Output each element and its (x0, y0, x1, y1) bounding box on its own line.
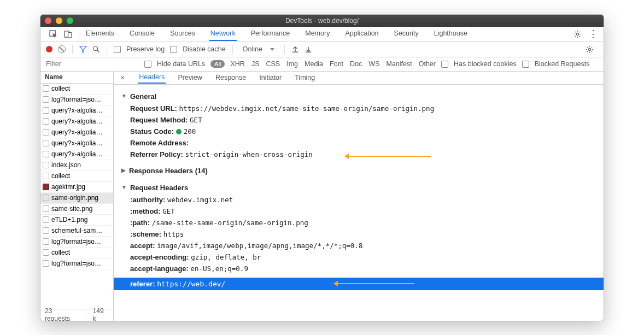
request-row-checkbox (43, 151, 49, 157)
request-row[interactable]: log?format=jso… (40, 95, 113, 105)
request-row[interactable]: query?x-algolia… (40, 116, 113, 127)
disable-cache-label: Disable cache (183, 45, 226, 53)
request-row[interactable]: query?x-algolia… (40, 149, 113, 160)
request-name: schemeful-sam… (51, 227, 102, 234)
detail-body[interactable]: ▼General Request URL: https://webdev.img… (114, 85, 604, 321)
request-name: collect (51, 172, 70, 180)
tab-memory[interactable]: Memory (304, 27, 331, 41)
request-url-value: https://webdev.imgix.net/same-site-same-… (179, 104, 435, 113)
detail-tab-response[interactable]: Response (214, 72, 247, 83)
hide-data-urls-checkbox[interactable] (144, 61, 151, 68)
hdr-authority-label: :authority: (130, 196, 165, 204)
request-row[interactable]: query?x-algolia… (40, 138, 113, 149)
svg-point-3 (576, 33, 578, 35)
request-name: query?x-algolia… (51, 150, 102, 158)
status-code-value: 200 (184, 127, 196, 136)
more-icon[interactable]: ⋮ (586, 31, 600, 37)
filter-input[interactable] (46, 60, 139, 68)
request-row[interactable]: collect (40, 248, 113, 258)
tab-console[interactable]: Console (128, 27, 156, 41)
search-icon[interactable] (92, 45, 100, 53)
request-name: same-origin.png (51, 194, 98, 202)
request-row[interactable]: agektmr.jpg (40, 182, 113, 193)
request-list[interactable]: collectlog?format=jso…query?x-algolia…qu… (40, 84, 113, 309)
request-row[interactable]: log?format=jso… (40, 258, 113, 269)
request-row-checkbox (43, 173, 49, 179)
hdr-accept-language-value: en-US,en;q=0.9 (191, 265, 248, 273)
tab-lighthouse[interactable]: Lighthouse (433, 27, 469, 41)
hdr-path-value: /same-site-same-origin/same-origin.png (152, 219, 308, 227)
request-row[interactable]: query?x-algolia… (40, 127, 113, 138)
tab-network[interactable]: Network (209, 27, 237, 41)
filter-row: Hide data URLs All XHR JS CSS Img Media … (40, 57, 604, 72)
has-blocked-cookies-checkbox[interactable] (441, 61, 448, 68)
titlebar: DevTools - web.dev/blog/ (40, 15, 604, 27)
hide-data-urls-label: Hide data URLs (157, 60, 205, 68)
filter-icon[interactable] (79, 45, 87, 53)
request-row[interactable]: index.json (40, 160, 113, 171)
tab-security[interactable]: Security (393, 27, 420, 41)
request-name: agektmr.jpg (51, 183, 85, 191)
request-status-bar: 23 requests 149 k (40, 309, 113, 321)
request-row[interactable]: same-origin.png (40, 193, 113, 204)
request-row[interactable]: query?x-algolia… (40, 105, 113, 116)
inspect-icon[interactable] (49, 30, 57, 38)
request-method-value: GET (190, 116, 202, 124)
filter-manifest[interactable]: Manifest (386, 60, 412, 68)
svg-rect-2 (68, 32, 72, 37)
filter-ws[interactable]: WS (368, 60, 379, 68)
hdr-scheme-value: https (163, 230, 184, 238)
request-row-checkbox (43, 118, 49, 125)
request-name: index.json (51, 161, 81, 169)
preserve-log-checkbox[interactable] (114, 46, 121, 53)
disable-cache-checkbox[interactable] (170, 46, 177, 53)
clear-button[interactable] (58, 45, 66, 53)
request-row-checkbox (43, 195, 49, 201)
request-row[interactable]: collect (40, 171, 113, 182)
filter-doc[interactable]: Doc (350, 60, 362, 68)
request-row[interactable]: same-site.png (40, 204, 113, 215)
request-name: log?format=jso… (51, 96, 101, 103)
general-section-toggle[interactable]: ▼General (121, 90, 596, 103)
filter-img[interactable]: Img (286, 60, 298, 68)
tab-sources[interactable]: Sources (169, 27, 196, 41)
download-har-icon[interactable] (305, 45, 312, 53)
filter-font[interactable]: Font (330, 60, 343, 68)
request-row[interactable]: schemeful-sam… (40, 226, 113, 237)
request-row[interactable]: collect (40, 84, 113, 95)
hdr-method-value: GET (162, 207, 175, 215)
filter-all-pill[interactable]: All (210, 60, 225, 68)
detail-tab-timing[interactable]: Timing (294, 72, 316, 83)
request-row-checkbox (43, 107, 49, 114)
tab-elements[interactable]: Elements (85, 27, 115, 41)
filter-xhr[interactable]: XHR (230, 60, 244, 68)
response-headers-toggle[interactable]: ▶Response Headers (14) (121, 164, 596, 177)
filter-css[interactable]: CSS (266, 60, 280, 68)
settings-icon[interactable] (569, 30, 586, 38)
request-headers-toggle[interactable]: ▼Request Headers (121, 181, 596, 194)
request-name: collect (51, 85, 70, 92)
detail-tab-headers[interactable]: Headers (138, 72, 166, 84)
tab-application[interactable]: Application (344, 27, 379, 41)
throttling-select[interactable]: Online (239, 45, 278, 53)
close-detail-icon[interactable]: × (118, 73, 127, 82)
detail-tab-initiator[interactable]: Initiator (258, 72, 283, 83)
svg-point-5 (588, 48, 590, 50)
filter-js[interactable]: JS (251, 60, 260, 68)
filter-media[interactable]: Media (305, 60, 323, 68)
detail-tab-preview[interactable]: Preview (177, 72, 203, 83)
request-row[interactable]: log?format=jso… (40, 237, 113, 248)
request-headers-label: Request Headers (130, 184, 188, 192)
image-thumb-icon (43, 184, 49, 190)
upload-har-icon[interactable] (291, 45, 299, 53)
network-settings-icon[interactable] (581, 45, 598, 54)
record-button[interactable] (46, 46, 52, 52)
remote-address-label: Remote Address: (130, 139, 189, 147)
request-row[interactable]: eTLD+1.png (40, 215, 113, 226)
device-toggle-icon[interactable] (64, 30, 72, 38)
blocked-requests-checkbox[interactable] (522, 61, 529, 68)
hdr-referer-label: referer: (130, 280, 155, 288)
detail-tabs: × Headers Preview Response Initiator Tim… (114, 72, 604, 85)
filter-other[interactable]: Other (419, 60, 436, 68)
tab-performance[interactable]: Performance (250, 27, 291, 41)
